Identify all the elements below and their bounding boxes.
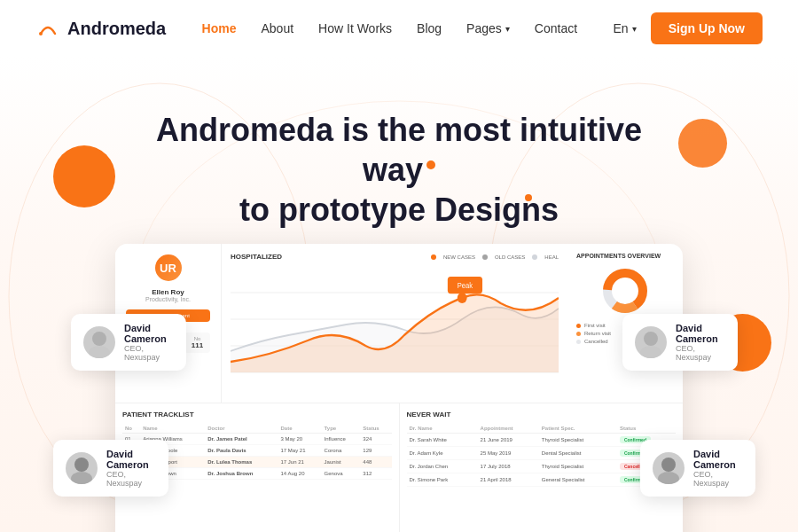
nav-item-pages[interactable]: Pages ▾ <box>466 21 510 35</box>
dashboard-preview: UR Ellen Roy Productivity, Inc. Book App… <box>115 244 683 532</box>
dashboard-logo: UR <box>155 254 182 281</box>
avatar-right-bottom <box>653 452 685 484</box>
col-no: No <box>122 424 140 434</box>
chart-header: HOSPITALIZED NEW CASES OLD CASES HEAL <box>231 253 559 261</box>
col-status: Status <box>360 424 391 434</box>
avatar-right-top <box>635 326 667 358</box>
table-row: Dr. Adam Kyle 25 May 2019 Dental Special… <box>407 447 677 460</box>
chart-legend: NEW CASES OLD CASES HEAL <box>431 254 559 260</box>
svg-point-4 <box>92 332 106 346</box>
hospitalized-chart: Peak <box>231 266 559 394</box>
nav-link-pages[interactable]: Pages ▾ <box>466 21 510 35</box>
chevron-down-icon: ▾ <box>632 24 637 34</box>
svg-point-10 <box>661 458 676 472</box>
svg-point-6 <box>74 458 89 472</box>
nav-item-about[interactable]: About <box>262 20 294 36</box>
donut-dot-0 <box>576 324 581 328</box>
legend-dot-new <box>431 254 436 260</box>
svg-point-5 <box>89 346 110 358</box>
dashboard-chart-area: HOSPITALIZED NEW CASES OLD CASES HEAL <box>222 244 567 403</box>
float-card-info-left-top: David Cameron CEO, Nexuspay <box>124 323 174 362</box>
avatar-left-bottom <box>66 452 98 484</box>
col-date: Date <box>278 424 322 434</box>
hero-section: Andromeda is the most intuitive way to p… <box>0 57 798 532</box>
donut-dot-2 <box>576 340 581 344</box>
nav-links: Home About How It Works Blog Pages ▾ Con… <box>202 20 577 36</box>
col-appt-status: Status <box>617 424 676 434</box>
avatar-left-top <box>83 326 115 358</box>
brand-logo-icon <box>35 16 60 41</box>
col-spec: Patient Spec. <box>539 424 617 434</box>
nav-item-contact[interactable]: Contact <box>535 20 577 36</box>
svg-point-7 <box>71 472 92 484</box>
svg-point-8 <box>644 332 658 346</box>
svg-point-9 <box>640 346 661 358</box>
float-card-right-top: David Cameron CEO, Nexuspay <box>622 314 738 371</box>
float-card-left-bottom: David Cameron CEO, Nexuspay <box>53 440 168 497</box>
brand-name: Andromeda <box>67 19 166 39</box>
table-row: Dr. Sarah White 21 June 2019 Thyroid Spe… <box>407 434 677 447</box>
decoration-circle-orange-right-top <box>678 119 727 168</box>
svg-point-11 <box>658 472 679 484</box>
legend-dot-old <box>482 254 488 260</box>
appointments-table: Dr. Name Appointment Patient Spec. Statu… <box>407 424 677 487</box>
col-dr-name: Dr. Name <box>407 424 478 434</box>
donut-dot-1 <box>576 332 581 336</box>
col-name: Name <box>140 424 205 434</box>
float-card-info-right-top: David Cameron CEO, Nexuspay <box>676 323 725 362</box>
nav-item-blog[interactable]: Blog <box>417 20 442 36</box>
navbar: Andromeda Home About How It Works Blog P… <box>0 0 798 57</box>
dashboard-top-row: UR Ellen Roy Productivity, Inc. Book App… <box>115 244 683 403</box>
orange-dot-decoration <box>426 160 435 169</box>
float-card-left-top: David Cameron CEO, Nexuspay <box>71 314 186 371</box>
nav-right: En ▾ Sign Up Now <box>614 12 763 44</box>
legend-dot-heal <box>532 254 537 260</box>
donut-chart <box>598 264 652 317</box>
brand-logo[interactable]: Andromeda <box>35 16 166 41</box>
float-card-info-right-bottom: David Cameron CEO, Nexuspay <box>693 449 743 488</box>
svg-point-0 <box>39 32 43 35</box>
decoration-circle-orange-left <box>53 145 115 207</box>
signup-button[interactable]: Sign Up Now <box>651 12 763 44</box>
nav-link-about[interactable]: About <box>262 21 294 35</box>
svg-point-16 <box>458 293 467 303</box>
float-card-info-left-bottom: David Cameron CEO, Nexuspay <box>106 449 156 488</box>
nav-link-howitworks[interactable]: How It Works <box>318 21 392 35</box>
float-card-right-bottom: David Cameron CEO, Nexuspay <box>640 440 755 497</box>
nav-link-blog[interactable]: Blog <box>417 21 442 35</box>
hero-title: Andromeda is the most intuitive way to p… <box>124 110 674 230</box>
stat-no: No 111 <box>184 332 210 353</box>
col-type: Type <box>322 424 361 434</box>
nav-item-howitworks[interactable]: How It Works <box>318 20 392 36</box>
svg-text:Peak: Peak <box>458 282 473 290</box>
nav-link-home[interactable]: Home <box>202 21 237 35</box>
col-doctor: Doctor <box>205 424 278 434</box>
col-appointment: Appointment <box>478 424 539 434</box>
chevron-down-icon: ▾ <box>505 24 510 34</box>
nav-item-home[interactable]: Home <box>202 20 237 36</box>
language-selector[interactable]: En ▾ <box>614 21 637 35</box>
dashboard-table-area: PATIENT TRACKLIST No Name Doctor Date Ty… <box>115 403 683 532</box>
table-row: Dr. Jordan Chen 17 July 2018 Thyroid Spe… <box>407 460 677 473</box>
table-row: Dr. Simone Park 21 April 2018 General Sp… <box>407 473 677 487</box>
nav-link-contact[interactable]: Contact <box>535 21 577 35</box>
dashboard-user-info: Ellen Roy Productivity, Inc. <box>126 288 210 302</box>
